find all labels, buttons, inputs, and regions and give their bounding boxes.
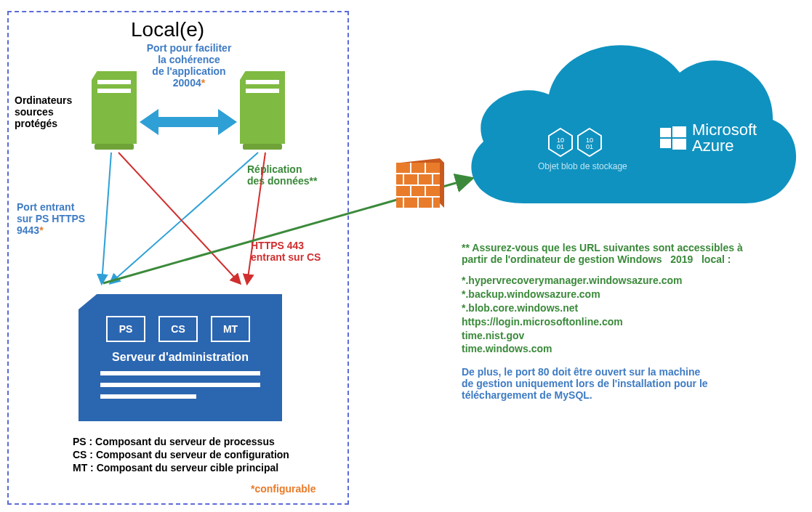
firewall-icon	[396, 158, 444, 209]
url-item: time.windows.com	[462, 342, 789, 356]
storage-blob-icons: 10 01 10 01	[547, 127, 603, 158]
url-item: https://login.microsoftonline.com	[462, 315, 789, 329]
url-list: *.hypervrecoverymanager.windowsazure.com…	[462, 274, 789, 356]
svg-line-1	[110, 153, 258, 283]
svg-rect-25	[660, 128, 671, 137]
url-item: *.hypervrecoverymanager.windowsazure.com	[462, 274, 789, 288]
legend: PS : Composant du serveur de processus C…	[73, 436, 289, 475]
url-item: time.nist.gov	[462, 329, 789, 343]
azure-logo: Microsoft Azure	[660, 122, 757, 154]
url-item: *.blob.core.windows.net	[462, 301, 789, 315]
windows-icon	[660, 125, 686, 151]
legend-mt: MT : Composant du serveur cible principa…	[73, 462, 289, 474]
storage-blob-icon: 10 01	[547, 127, 574, 158]
role-box-mt: MT	[211, 316, 250, 342]
svg-line-2	[118, 153, 240, 283]
mgmt-server-title: Serveur d'administration	[79, 351, 282, 364]
svg-rect-26	[672, 126, 686, 137]
storage-blob-label: Objet blob de stockage	[538, 161, 627, 171]
storage-blob-icon: 10 01	[576, 127, 603, 158]
svg-line-0	[102, 153, 111, 283]
text: Azure	[692, 138, 757, 154]
svg-text:01: 01	[586, 143, 593, 150]
url-item: *.backup.windowsazure.com	[462, 288, 789, 301]
role-box-ps: PS	[106, 316, 145, 342]
role-box-cs: CS	[158, 316, 198, 342]
notes-block: ** Assurez-vous que les URL suivantes so…	[462, 242, 789, 401]
legend-cs: CS : Composant du serveur de configurati…	[73, 449, 289, 460]
svg-line-3	[247, 153, 265, 283]
svg-rect-28	[672, 139, 686, 150]
configurable-note: *configurable	[251, 483, 315, 495]
management-server-icon: PS CS MT Serveur d'administration	[79, 294, 282, 421]
notes-intro: ** Assurez-vous que les URL suivantes so…	[462, 242, 789, 265]
azure-brand-text: Microsoft Azure	[692, 122, 757, 154]
svg-text:01: 01	[557, 143, 564, 150]
legend-ps: PS : Composant du serveur de processus	[73, 436, 289, 447]
notes-port80: De plus, le port 80 doit être ouvert sur…	[462, 366, 789, 401]
svg-rect-27	[660, 139, 671, 148]
text: Microsoft	[692, 122, 757, 138]
